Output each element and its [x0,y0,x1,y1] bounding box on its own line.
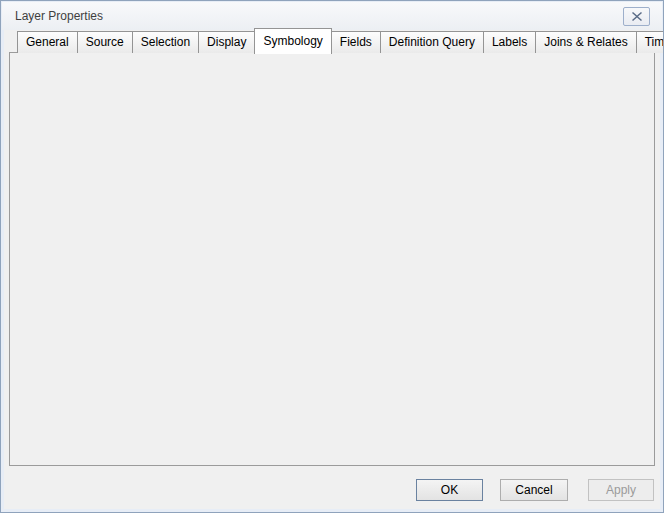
close-icon [632,12,642,21]
symbology-tab-page [9,52,655,466]
tab-general[interactable]: General [17,31,78,53]
layer-properties-dialog: Layer Properties General Source Selectio… [0,0,664,513]
close-button[interactable] [623,7,650,26]
title-bar[interactable]: Layer Properties [2,2,662,30]
tab-symbology[interactable]: Symbology [254,28,331,54]
tab-display[interactable]: Display [198,31,255,53]
tab-source[interactable]: Source [77,31,133,53]
tab-time[interactable]: Time [636,31,664,53]
tab-fields[interactable]: Fields [331,31,381,53]
tab-definition-query[interactable]: Definition Query [380,31,484,53]
tab-strip: General Source Selection Display Symbolo… [17,31,664,54]
tab-selection[interactable]: Selection [132,31,199,53]
cancel-button[interactable]: Cancel [500,479,568,501]
ok-button[interactable]: OK [416,479,483,501]
tab-labels[interactable]: Labels [483,31,536,53]
apply-button[interactable]: Apply [588,479,654,501]
window-title: Layer Properties [15,9,103,23]
tab-joins-relates[interactable]: Joins & Relates [535,31,636,53]
